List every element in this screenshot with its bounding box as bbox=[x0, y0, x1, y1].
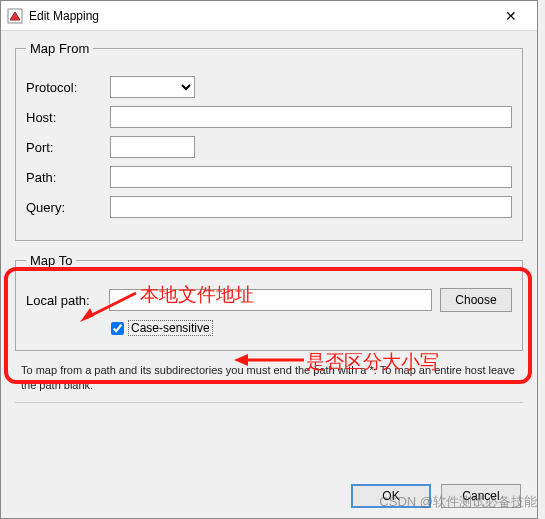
ok-button[interactable]: OK bbox=[351, 484, 431, 508]
choose-button[interactable]: Choose bbox=[440, 288, 512, 312]
local-path-label: Local path: bbox=[26, 293, 101, 308]
protocol-label: Protocol: bbox=[26, 80, 102, 95]
port-label: Port: bbox=[26, 140, 102, 155]
case-sensitive-row: Case-sensitive bbox=[111, 320, 512, 336]
dialog-buttons: OK Cancel bbox=[351, 484, 521, 508]
path-label: Path: bbox=[26, 170, 102, 185]
query-row: Query: bbox=[26, 196, 512, 218]
divider bbox=[15, 402, 523, 403]
titlebar: Edit Mapping ✕ bbox=[1, 1, 537, 31]
protocol-row: Protocol: bbox=[26, 76, 512, 98]
host-label: Host: bbox=[26, 110, 102, 125]
case-sensitive-checkbox[interactable] bbox=[111, 322, 124, 335]
window-title: Edit Mapping bbox=[29, 9, 491, 23]
port-row: Port: bbox=[26, 136, 512, 158]
host-input[interactable] bbox=[110, 106, 512, 128]
app-icon bbox=[7, 8, 23, 24]
query-input[interactable] bbox=[110, 196, 512, 218]
host-row: Host: bbox=[26, 106, 512, 128]
close-button[interactable]: ✕ bbox=[491, 8, 531, 24]
dialog-content: Map From Protocol: Host: Port: Path: Que… bbox=[1, 31, 537, 423]
cancel-button[interactable]: Cancel bbox=[441, 484, 521, 508]
local-path-input[interactable] bbox=[109, 289, 432, 311]
protocol-select[interactable] bbox=[110, 76, 195, 98]
case-sensitive-label: Case-sensitive bbox=[128, 320, 213, 336]
query-label: Query: bbox=[26, 200, 102, 215]
map-from-group: Map From Protocol: Host: Port: Path: Que… bbox=[15, 41, 523, 241]
path-input[interactable] bbox=[110, 166, 512, 188]
path-row: Path: bbox=[26, 166, 512, 188]
map-from-legend: Map From bbox=[26, 41, 93, 56]
local-path-row: Local path: Choose bbox=[26, 288, 512, 312]
map-to-legend: Map To bbox=[26, 253, 76, 268]
edit-mapping-dialog: Edit Mapping ✕ Map From Protocol: Host: … bbox=[0, 0, 538, 519]
hint-text: To map from a path and its subdirectorie… bbox=[21, 363, 517, 394]
port-input[interactable] bbox=[110, 136, 195, 158]
map-to-group: Map To Local path: Choose Case-sensitive bbox=[15, 253, 523, 351]
